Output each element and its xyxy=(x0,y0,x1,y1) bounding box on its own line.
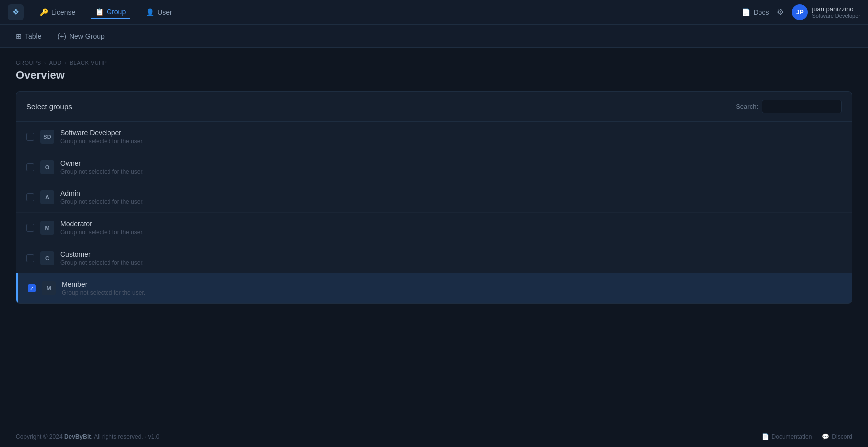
group-desc: Group not selected for the user. xyxy=(62,289,145,296)
key-icon: 🔑 xyxy=(40,8,48,16)
table-icon: ⊞ xyxy=(16,32,22,40)
group-name: Owner xyxy=(60,159,144,167)
user-icon: 👤 xyxy=(146,8,154,16)
group-desc: Group not selected for the user. xyxy=(60,168,144,175)
row-checkbox[interactable] xyxy=(26,163,34,171)
group-row[interactable]: MModeratorGroup not selected for the use… xyxy=(16,213,852,243)
nav-left: ❖ 🔑 License 📋 Group 👤 User xyxy=(8,4,176,20)
group-info: Software DeveloperGroup not selected for… xyxy=(60,129,144,145)
row-checkbox[interactable] xyxy=(26,224,34,232)
group-name: Admin xyxy=(60,189,144,197)
footer-brand: DevByBit xyxy=(64,433,91,440)
page-title: Overview xyxy=(16,69,852,82)
group-row[interactable]: SDSoftware DeveloperGroup not selected f… xyxy=(16,122,852,152)
group-name: Member xyxy=(62,280,145,288)
docs-icon: 📄 xyxy=(742,8,750,16)
group-badge: A xyxy=(40,190,54,204)
nav-item-license[interactable]: 🔑 License xyxy=(36,6,79,18)
row-checkbox[interactable] xyxy=(26,133,34,141)
sub-nav: ⊞ Table (+) New Group xyxy=(0,25,868,48)
footer: Copyright © 2024 DevByBit. All rights re… xyxy=(0,426,868,447)
group-badge: SD xyxy=(40,130,54,144)
group-badge: M xyxy=(40,221,54,235)
row-checkbox[interactable] xyxy=(28,284,36,292)
group-row[interactable]: OOwnerGroup not selected for the user. xyxy=(16,152,852,182)
main-content: GROUPS › ADD › BLACK VUHP Overview Selec… xyxy=(0,48,868,316)
user-profile: JP juan panizzino Software Developer xyxy=(792,4,860,20)
group-info: CustomerGroup not selected for the user. xyxy=(60,250,144,266)
group-info: AdminGroup not selected for the user. xyxy=(60,189,144,205)
plus-icon: (+) xyxy=(57,32,66,40)
group-info: OwnerGroup not selected for the user. xyxy=(60,159,144,175)
nav-item-user[interactable]: 👤 User xyxy=(142,6,176,18)
group-name: Customer xyxy=(60,250,144,258)
group-row[interactable]: CCustomerGroup not selected for the user… xyxy=(16,243,852,273)
group-name: Moderator xyxy=(60,220,144,228)
groups-panel: Select groups Search: SDSoftware Develop… xyxy=(16,91,852,304)
nav-item-group[interactable]: 📋 Group xyxy=(91,6,130,19)
group-badge: O xyxy=(40,160,54,174)
group-info: MemberGroup not selected for the user. xyxy=(62,280,145,296)
search-area: Search: xyxy=(736,100,842,113)
group-row[interactable]: MMemberGroup not selected for the user. xyxy=(16,273,852,303)
user-role: Software Developer xyxy=(812,13,860,19)
group-info: ModeratorGroup not selected for the user… xyxy=(60,220,144,236)
group-name: Software Developer xyxy=(60,129,144,137)
group-badge: M xyxy=(42,281,56,295)
discord-link[interactable]: 💬 Discord xyxy=(822,433,852,440)
top-nav: ❖ 🔑 License 📋 Group 👤 User 📄 Docs ⚙ JP j… xyxy=(0,0,868,25)
nav-right: 📄 Docs ⚙ JP juan panizzino Software Deve… xyxy=(742,4,860,20)
documentation-link[interactable]: 📄 Documentation xyxy=(762,433,812,440)
group-icon: 📋 xyxy=(95,8,104,16)
search-input[interactable] xyxy=(762,100,842,113)
row-checkbox[interactable] xyxy=(26,193,34,201)
breadcrumb: GROUPS › ADD › BLACK VUHP xyxy=(16,60,852,66)
group-row[interactable]: AAdminGroup not selected for the user. xyxy=(16,182,852,213)
discord-icon: 💬 xyxy=(822,433,829,440)
group-desc: Group not selected for the user. xyxy=(60,259,144,266)
panel-title: Select groups xyxy=(26,102,72,111)
app-logo: ❖ xyxy=(8,4,24,20)
group-list: SDSoftware DeveloperGroup not selected f… xyxy=(16,122,852,303)
avatar: JP xyxy=(792,4,808,20)
footer-links: 📄 Documentation 💬 Discord xyxy=(762,433,852,440)
docs-button[interactable]: 📄 Docs xyxy=(742,8,769,16)
user-name: juan panizzino xyxy=(812,5,860,13)
search-label: Search: xyxy=(736,103,758,110)
row-checkbox[interactable] xyxy=(26,254,34,262)
settings-button[interactable]: ⚙ xyxy=(777,7,784,17)
group-desc: Group not selected for the user. xyxy=(60,229,144,236)
documentation-icon: 📄 xyxy=(762,433,769,440)
group-desc: Group not selected for the user. xyxy=(60,198,144,205)
footer-copyright: Copyright © 2024 DevByBit. All rights re… xyxy=(16,433,159,440)
panel-header: Select groups Search: xyxy=(16,92,852,122)
new-group-button[interactable]: (+) New Group xyxy=(51,29,110,43)
group-badge: C xyxy=(40,251,54,265)
table-tab[interactable]: ⊞ Table xyxy=(10,29,47,43)
group-desc: Group not selected for the user. xyxy=(60,138,144,145)
user-info: juan panizzino Software Developer xyxy=(812,5,860,19)
